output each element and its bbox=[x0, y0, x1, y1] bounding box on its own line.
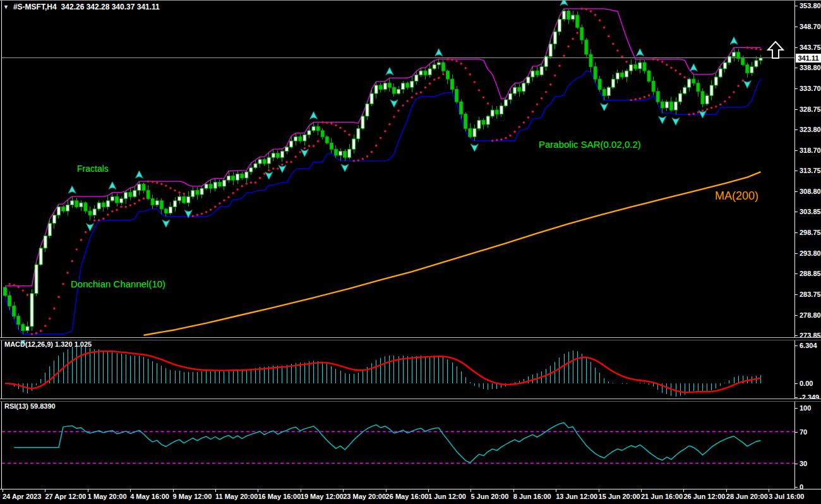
current-price-badge: 341.11 bbox=[796, 54, 821, 63]
price-tick-label: 283.75 bbox=[800, 291, 821, 298]
time-tick-label: 19 May 12:00 bbox=[301, 493, 344, 500]
axis-tick bbox=[794, 335, 798, 336]
price-tick-label: 343.75 bbox=[800, 44, 821, 51]
macd-panel-label: MACD(12,26,9) 1.320 1.025 bbox=[4, 340, 92, 348]
fractals-label: Fractals bbox=[77, 164, 109, 174]
axis-tick bbox=[794, 150, 798, 151]
rsi-panel-label: RSI(13) 59.8390 bbox=[4, 402, 56, 410]
price-tick-label: 288.85 bbox=[800, 270, 821, 277]
time-tick-label: 13 Jun 12:00 bbox=[556, 493, 597, 500]
time-axis-tick bbox=[45, 489, 45, 492]
price-tick-label: 333.70 bbox=[800, 85, 821, 92]
time-tick-label: 16 May 16:00 bbox=[258, 493, 301, 500]
time-tick-label: 26 Jun 12:00 bbox=[683, 493, 725, 500]
time-tick-label: 1 Jun 12:00 bbox=[428, 493, 466, 500]
time-tick-label: 24 Apr 2023 bbox=[3, 493, 41, 500]
title-bar: ▼ #S-MSFT,H4 342.26 342.28 340.37 341.11 bbox=[3, 3, 160, 11]
donchian-label: Donchian Channel(10) bbox=[71, 279, 165, 289]
ohlc-values: 342.26 342.28 340.37 341.11 bbox=[61, 3, 160, 11]
time-axis-tick bbox=[301, 489, 301, 492]
time-axis-tick bbox=[599, 489, 599, 492]
price-tick-label: 328.75 bbox=[800, 105, 821, 113]
price-tick-label: 318.70 bbox=[800, 147, 821, 154]
axis-tick bbox=[794, 129, 798, 130]
time-tick-label: 9 May 12:00 bbox=[173, 493, 212, 500]
time-tick-label: 8 Jun 16:00 bbox=[513, 493, 551, 500]
axis-tick bbox=[794, 294, 798, 295]
rsi-tick-label: 0 bbox=[800, 483, 803, 491]
macd-tick-label: 0.00 bbox=[800, 380, 813, 387]
axis-tick bbox=[794, 191, 798, 192]
price-tick-label: 338.80 bbox=[800, 64, 821, 71]
axis-tick bbox=[794, 273, 798, 274]
rsi-tick-label: 30 bbox=[800, 460, 807, 467]
time-axis-tick bbox=[258, 489, 258, 492]
axis-tick bbox=[794, 68, 798, 68]
time-axis-tick bbox=[215, 489, 216, 492]
price-tick-label: 323.80 bbox=[800, 126, 821, 133]
time-axis-tick bbox=[769, 489, 769, 492]
price-tick-label: 278.80 bbox=[800, 311, 821, 319]
time-axis-tick bbox=[683, 489, 684, 492]
chart-window: ▼ #S-MSFT,H4 342.26 342.28 340.37 341.11… bbox=[0, 0, 821, 504]
time-axis-tick bbox=[343, 489, 344, 492]
time-tick-label: 4 May 16:00 bbox=[130, 493, 169, 500]
panel-separator-macd[interactable] bbox=[0, 337, 821, 340]
time-tick-label: 3 Jul 16:00 bbox=[769, 493, 804, 500]
ma200-label: MA(200) bbox=[715, 189, 758, 203]
arrow-up-object[interactable] bbox=[766, 40, 785, 60]
panel-separator-rsi[interactable] bbox=[0, 399, 821, 402]
axis-tick bbox=[794, 253, 798, 254]
time-axis-tick bbox=[386, 489, 387, 492]
macd-tick-label: 6.304 bbox=[800, 342, 817, 349]
time-tick-label: 5 Jun 20:00 bbox=[470, 493, 508, 500]
time-axis-tick bbox=[3, 489, 3, 492]
time-tick-label: 1 May 20:00 bbox=[88, 493, 127, 500]
time-axis-tick bbox=[726, 489, 727, 492]
time-tick-label: 23 May 20:00 bbox=[343, 493, 386, 500]
time-axis-tick bbox=[428, 489, 429, 492]
axis-tick bbox=[794, 397, 798, 398]
axis-tick bbox=[794, 6, 798, 6]
chevron-down-icon[interactable]: ▼ bbox=[3, 4, 9, 10]
price-tick-label: 298.75 bbox=[800, 229, 821, 236]
axis-tick bbox=[794, 345, 798, 346]
window-left-border bbox=[1, 1, 2, 489]
axis-tick bbox=[794, 232, 798, 233]
axis-tick bbox=[794, 432, 798, 433]
axis-tick bbox=[794, 212, 798, 212]
time-axis-tick bbox=[641, 489, 642, 492]
time-axis-line[interactable] bbox=[0, 489, 821, 489]
price-tick-label: 293.80 bbox=[800, 249, 821, 257]
axis-tick bbox=[794, 47, 798, 48]
time-axis-tick bbox=[173, 489, 174, 492]
axis-tick bbox=[794, 408, 798, 409]
time-tick-label: 27 Apr 12:00 bbox=[45, 493, 86, 500]
symbol-title: #S-MSFT,H4 bbox=[13, 3, 57, 11]
time-axis-tick bbox=[470, 489, 471, 492]
time-tick-label: 26 May 16:00 bbox=[386, 493, 429, 500]
chart-surface[interactable] bbox=[0, 1, 821, 504]
parabolic-sar-label: Parabolic SAR(0.02,0.2) bbox=[539, 139, 641, 150]
time-axis-tick bbox=[556, 489, 556, 492]
axis-tick bbox=[794, 487, 798, 488]
axis-tick bbox=[794, 27, 798, 27]
time-axis-tick bbox=[513, 489, 514, 492]
time-axis-tick bbox=[130, 489, 131, 492]
price-tick-label: 348.70 bbox=[800, 23, 821, 30]
axis-tick bbox=[794, 464, 798, 464]
rsi-tick-label: 100 bbox=[800, 404, 811, 412]
time-tick-label: 11 May 20:00 bbox=[215, 493, 258, 500]
price-tick-label: 313.75 bbox=[800, 167, 821, 174]
chart-canvas bbox=[0, 1, 821, 504]
rsi-tick-label: 70 bbox=[800, 428, 807, 436]
price-tick-label: 353.80 bbox=[800, 2, 821, 9]
time-tick-label: 15 Jun 20:00 bbox=[599, 493, 640, 500]
price-tick-label: 303.85 bbox=[800, 208, 821, 215]
time-axis-tick bbox=[88, 489, 88, 492]
axis-tick bbox=[794, 171, 798, 171]
time-tick-label: 28 Jun 20:00 bbox=[726, 493, 768, 500]
price-axis-line[interactable] bbox=[794, 1, 795, 489]
axis-tick bbox=[794, 315, 798, 316]
axis-tick bbox=[794, 109, 798, 110]
